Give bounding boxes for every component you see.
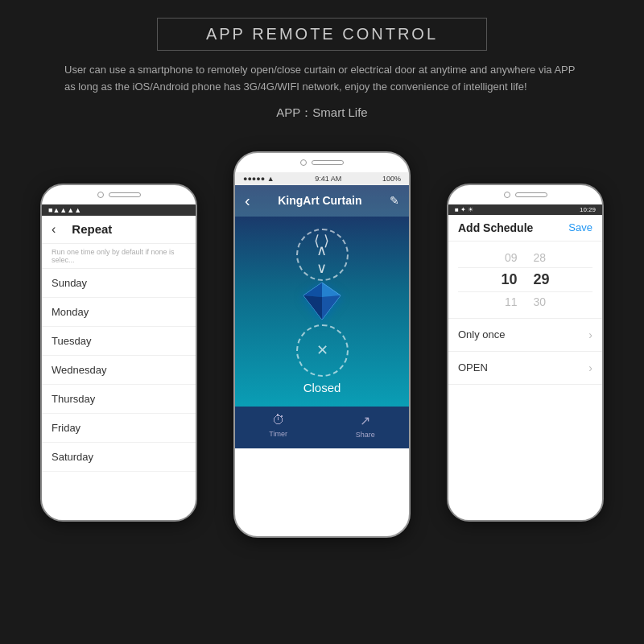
days-list: SundayMondayTuesdayWednesdayThursdayFrid… [42, 269, 196, 472]
day-item[interactable]: Sunday [42, 269, 196, 298]
share-icon: ↗ [360, 413, 370, 428]
time-row-middle: 10 29 [458, 267, 592, 292]
day-item[interactable]: Monday [42, 298, 196, 327]
left-camera [97, 192, 104, 198]
center-camera [300, 159, 307, 166]
day-item[interactable]: Wednesday [42, 356, 196, 385]
arrows-icon: ⟨ ⟩∧∨ [314, 232, 329, 277]
page-title: APP REMOTE CONTROL [206, 25, 438, 43]
right-status-bar: ■ ✦ ☀ 10:29 [448, 204, 602, 215]
left-signal: ■▲▲▲▲ [48, 206, 81, 214]
right-camera [504, 192, 510, 198]
left-status-bar: ■▲▲▲▲ [42, 204, 196, 216]
center-battery: 100% [382, 175, 401, 183]
center-speaker [312, 160, 344, 165]
phones-container: ■▲▲▲▲ ‹ Repeat Run one time only by defa… [0, 135, 644, 570]
phone-left: ■▲▲▲▲ ‹ Repeat Run one time only by defa… [40, 184, 197, 522]
right-phone-notch [448, 185, 602, 204]
footer-share[interactable]: ↗ Share [356, 413, 375, 439]
left-phone-notch [42, 185, 196, 204]
timer-label: Timer [269, 430, 287, 438]
right-time: 10:29 [580, 206, 596, 213]
time-picker: 09 28 10 29 11 30 [448, 242, 602, 319]
description: User can use a smartphone to remotely op… [48, 62, 596, 96]
timer-icon: ⏱ [272, 413, 285, 427]
title-box: APP REMOTE CONTROL [157, 18, 487, 51]
cross-icon: ✕ [316, 341, 328, 359]
save-button[interactable]: Save [568, 221, 592, 233]
center-phone-notch [235, 153, 409, 172]
phone-right: ■ ✦ ☀ 10:29 Add Schedule Save 09 28 10 2… [447, 184, 604, 522]
closed-label: Closed [303, 381, 341, 394]
day-item[interactable]: Thursday [42, 385, 196, 414]
share-label: Share [356, 431, 375, 439]
diamond-container [300, 281, 345, 324]
center-status-bar: ●●●●● ▲ 9:41 AM 100% [235, 172, 409, 185]
center-screen-title: KingArt Curtain [278, 194, 361, 207]
only-once-chevron: › [588, 328, 592, 341]
left-screen-title: Repeat [72, 222, 112, 236]
right-screen-title: Add Schedule [458, 221, 533, 234]
svg-marker-1 [322, 283, 341, 297]
minute-top: 28 [534, 251, 547, 264]
right-speaker [515, 192, 547, 197]
device-open-icon[interactable]: ⟨ ⟩∧∨ [296, 229, 349, 281]
minute-bottom: 30 [534, 295, 547, 308]
day-item[interactable]: Tuesday [42, 327, 196, 356]
center-signal: ●●●●● ▲ [243, 175, 275, 183]
device-close-icon[interactable]: ✕ [296, 324, 349, 377]
right-signal: ■ ✦ ☀ [455, 206, 473, 213]
left-back-button[interactable]: ‹ [52, 222, 56, 237]
hour-bottom: 11 [505, 295, 518, 308]
footer-timer[interactable]: ⏱ Timer [269, 413, 287, 439]
left-subtitle: Run one time only by default if none is … [42, 244, 196, 269]
center-edit-button[interactable]: ✎ [390, 194, 399, 207]
center-footer: ⏱ Timer ↗ Share [235, 407, 409, 448]
center-header: ‹ KingArt Curtain ✎ [235, 185, 409, 217]
center-body: ⟨ ⟩∧∨ ✕ Closed [235, 217, 409, 407]
minute-middle: 29 [534, 271, 550, 288]
app-label: APP：Smart Life [48, 105, 596, 121]
open-chevron: › [588, 361, 592, 374]
left-speaker [109, 192, 141, 197]
phone-center: ●●●●● ▲ 9:41 AM 100% ‹ KingArt Curtain ✎… [233, 151, 411, 538]
only-once-label: Only once [458, 328, 506, 341]
day-item[interactable]: Friday [42, 414, 196, 443]
svg-marker-2 [303, 283, 322, 297]
time-row-top: 09 28 [458, 248, 592, 267]
left-header: ‹ Repeat [42, 216, 196, 244]
diamond-icon [300, 281, 345, 321]
only-once-row[interactable]: Only once › [448, 319, 602, 352]
center-time: 9:41 AM [315, 175, 341, 183]
right-header: Add Schedule Save [448, 215, 602, 242]
open-row[interactable]: OPEN › [448, 352, 602, 385]
hour-middle: 10 [501, 271, 517, 288]
center-back-button[interactable]: ‹ [245, 192, 250, 210]
hour-top: 09 [505, 251, 518, 264]
open-label: OPEN [458, 361, 488, 374]
day-item[interactable]: Saturday [42, 443, 196, 472]
header-section: APP REMOTE CONTROL User can use a smartp… [0, 0, 644, 135]
time-row-bottom: 11 30 [458, 292, 592, 312]
